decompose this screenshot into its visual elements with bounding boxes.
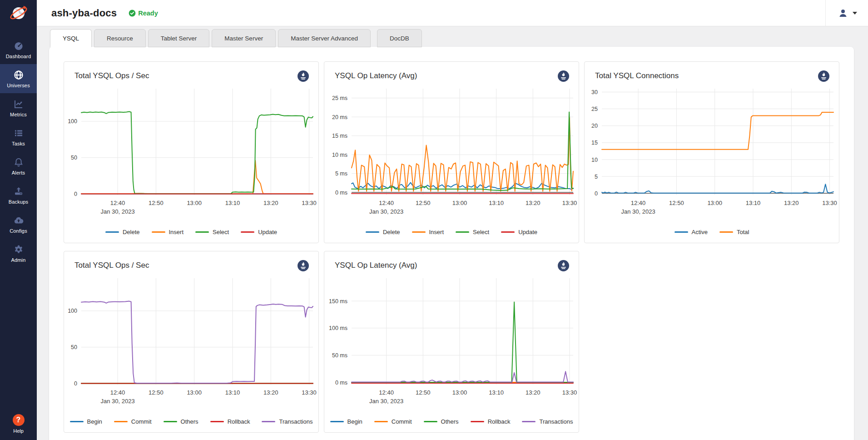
sidebar-item-label: Backups bbox=[9, 199, 29, 205]
universe-title: ash-yba-docs bbox=[51, 7, 117, 19]
legend-item-update[interactable]: Update bbox=[501, 229, 537, 235]
legend-item-begin[interactable]: Begin bbox=[70, 418, 102, 425]
chart-plot-area[interactable]: 12:4012:5013:0013:1013:2013:300 ms50 ms1… bbox=[324, 273, 580, 405]
y-axis-tick-label: 20 ms bbox=[332, 114, 347, 120]
sidebar-item-admin[interactable]: Admin bbox=[0, 239, 37, 268]
legend-item-rollback[interactable]: Rollback bbox=[471, 418, 511, 425]
legend-item-active[interactable]: Active bbox=[675, 229, 708, 235]
sidebar-item-configs[interactable]: Configs bbox=[0, 210, 37, 239]
sidebar-item-alerts[interactable]: Alerts bbox=[0, 151, 37, 180]
chart-plot-area[interactable]: 12:4012:5013:0013:1013:2013:300 ms5 ms10… bbox=[324, 83, 580, 216]
x-axis-tick-label: 12:50 bbox=[416, 389, 431, 396]
legend-item-transactions[interactable]: Transactions bbox=[522, 418, 573, 425]
legend-label: Transactions bbox=[539, 418, 573, 425]
chart-plot-area[interactable]: 12:4012:5013:0013:1013:2013:30050100Jan … bbox=[64, 273, 319, 405]
series-line-transactions bbox=[352, 371, 573, 382]
tab-resource[interactable]: Resource bbox=[94, 29, 146, 47]
metrics-tab-bar: YSQL Resource Tablet Server Master Serve… bbox=[50, 29, 868, 47]
y-axis-tick-label: 100 bbox=[68, 118, 77, 125]
prometheus-icon[interactable] bbox=[557, 70, 570, 82]
legend-item-delete[interactable]: Delete bbox=[366, 229, 400, 235]
legend-item-select[interactable]: Select bbox=[195, 229, 229, 235]
series-line-transactions bbox=[81, 301, 313, 384]
legend-item-others[interactable]: Others bbox=[424, 418, 459, 425]
legend-label: Total bbox=[737, 229, 749, 235]
prometheus-icon[interactable] bbox=[818, 70, 830, 82]
x-axis-tick-label: 12:40 bbox=[631, 200, 646, 206]
legend-item-commit[interactable]: Commit bbox=[374, 418, 412, 425]
x-axis-date-label: Jan 30, 2023 bbox=[621, 208, 655, 215]
chart-title: YSQL Op Latency (Avg) bbox=[335, 71, 417, 80]
legend-item-begin[interactable]: Begin bbox=[330, 418, 362, 425]
chart-card-ysql-op-latency: YSQL Op Latency (Avg) 12:4012:5013:0013:… bbox=[324, 61, 579, 243]
sidebar-item-label: Metrics bbox=[10, 112, 27, 117]
x-axis-tick-label: 13:20 bbox=[263, 200, 278, 206]
legend-item-commit[interactable]: Commit bbox=[114, 418, 152, 425]
y-axis-tick-label: 5 ms bbox=[335, 170, 347, 177]
x-axis-tick-label: 13:20 bbox=[263, 389, 278, 396]
x-axis-tick-label: 13:30 bbox=[822, 200, 837, 206]
chart-card-ysql-op-latency-transactions: YSQL Op Latency (Avg) 12:4012:5013:0013:… bbox=[324, 251, 579, 433]
legend-label: Select bbox=[213, 229, 229, 235]
y-axis-tick-label: 0 bbox=[595, 190, 598, 197]
legend-item-select[interactable]: Select bbox=[456, 229, 489, 235]
x-axis-tick-label: 13:10 bbox=[489, 200, 504, 206]
sidebar-item-help[interactable]: ? Help bbox=[0, 414, 37, 434]
legend-item-insert[interactable]: Insert bbox=[412, 229, 444, 235]
sidebar-item-metrics[interactable]: Metrics bbox=[0, 93, 37, 122]
x-axis-tick-label: 12:50 bbox=[416, 200, 431, 206]
legend-item-delete[interactable]: Delete bbox=[105, 229, 140, 235]
yugabyte-logo-icon[interactable] bbox=[0, 0, 37, 26]
legend-label: Update bbox=[258, 229, 277, 235]
configs-cloud-icon bbox=[13, 215, 24, 226]
y-axis-tick-label: 0 ms bbox=[335, 380, 347, 386]
legend-swatch bbox=[210, 421, 224, 423]
y-axis-tick-label: 25 ms bbox=[332, 95, 347, 101]
legend-item-rollback[interactable]: Rollback bbox=[210, 418, 250, 425]
sidebar-item-tasks[interactable]: Tasks bbox=[0, 122, 37, 151]
admin-gear-icon bbox=[13, 244, 24, 255]
legend-label: Rollback bbox=[228, 418, 250, 425]
prometheus-icon[interactable] bbox=[557, 260, 570, 272]
chart-card-total-ysql-ops: Total YSQL Ops / Sec 12:4012:5013:0013:1… bbox=[64, 61, 319, 243]
x-axis-tick-label: 13:10 bbox=[489, 389, 504, 396]
tab-docdb[interactable]: DocDB bbox=[377, 29, 422, 47]
legend-item-total[interactable]: Total bbox=[719, 229, 749, 235]
legend-label: Update bbox=[518, 229, 537, 235]
prometheus-icon[interactable] bbox=[297, 260, 309, 272]
status-badge: Ready bbox=[129, 10, 158, 17]
legend-swatch bbox=[374, 421, 388, 423]
tab-ysql[interactable]: YSQL bbox=[50, 29, 92, 47]
legend-swatch bbox=[70, 421, 84, 423]
chart-card-total-ysql-ops-transactions: Total YSQL Ops / Sec 12:4012:5013:0013:1… bbox=[64, 251, 319, 433]
chart-title: Total YSQL Connections bbox=[595, 71, 679, 80]
user-menu[interactable] bbox=[825, 0, 868, 26]
chart-plot-area[interactable]: 12:4012:5013:0013:1013:2013:300510152025… bbox=[585, 83, 840, 216]
y-axis-tick-label: 30 bbox=[591, 89, 598, 95]
sidebar-item-universes[interactable]: Universes bbox=[0, 64, 37, 93]
x-axis-date-label: Jan 30, 2023 bbox=[100, 208, 134, 215]
sidebar-item-backups[interactable]: Backups bbox=[0, 180, 37, 210]
legend-item-transactions[interactable]: Transactions bbox=[262, 418, 312, 425]
x-axis-tick-label: 12:40 bbox=[110, 200, 125, 206]
chart-plot-area[interactable]: 12:4012:5013:0013:1013:2013:30050100Jan … bbox=[64, 83, 319, 216]
sidebar-item-dashboard[interactable]: Dashboard bbox=[0, 35, 37, 64]
legend-label: Commit bbox=[392, 418, 412, 425]
legend-item-insert[interactable]: Insert bbox=[152, 229, 184, 235]
chart-title: Total YSQL Ops / Sec bbox=[74, 261, 149, 270]
x-axis-date-label: Jan 30, 2023 bbox=[369, 398, 403, 405]
y-axis-tick-label: 20 bbox=[591, 123, 598, 129]
prometheus-icon[interactable] bbox=[297, 70, 309, 82]
tab-tablet-server[interactable]: Tablet Server bbox=[148, 29, 210, 47]
alerts-bell-icon bbox=[13, 157, 24, 168]
x-axis-tick-label: 13:20 bbox=[526, 200, 541, 206]
tab-master-server-advanced[interactable]: Master Server Advanced bbox=[278, 29, 371, 47]
tab-master-server[interactable]: Master Server bbox=[212, 29, 276, 47]
legend-swatch bbox=[241, 231, 254, 233]
legend-label: Insert bbox=[429, 229, 444, 235]
sidebar-item-label: Configs bbox=[10, 228, 27, 234]
legend-swatch bbox=[114, 421, 128, 423]
legend-item-others[interactable]: Others bbox=[164, 418, 198, 425]
legend-item-update[interactable]: Update bbox=[241, 229, 277, 235]
legend-swatch bbox=[522, 421, 536, 423]
